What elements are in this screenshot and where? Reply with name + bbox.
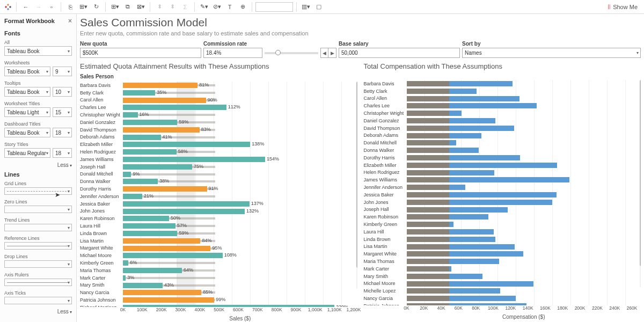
size-dt-select[interactable]: 18 [53, 128, 72, 137]
table-row[interactable]: Charles Lee [364, 102, 641, 109]
axis-ticks-select[interactable] [4, 297, 72, 304]
table-row[interactable]: Karen Robinson 50% [80, 215, 357, 222]
table-row[interactable]: Michael Moore 108% [80, 252, 357, 259]
table-row[interactable]: Deborah Adams 41% [80, 134, 357, 141]
table-row[interactable]: Nancy Garcia [364, 295, 641, 302]
less-fonts[interactable]: Less [0, 161, 76, 169]
table-row[interactable]: Joseph Hall 75% [80, 163, 357, 171]
table-row[interactable]: Jennifer Anderson 21% [80, 193, 357, 200]
table-row[interactable]: Donald Mitchell 9% [80, 171, 357, 178]
step-down-icon[interactable]: ◀ [321, 48, 328, 57]
font-tt-select[interactable]: Tableau Book [4, 87, 50, 97]
pin-icon[interactable]: ⊕ [237, 2, 248, 12]
table-row[interactable]: Elizabeth Miller [364, 162, 641, 169]
table-row[interactable]: David Thompson [364, 125, 641, 132]
font-all-select[interactable]: Tableau Book [4, 46, 72, 56]
table-row[interactable]: Barbara Davis [364, 80, 641, 87]
forward-icon[interactable]: → [33, 2, 45, 12]
table-row[interactable]: Mark Carter 3% [80, 274, 357, 282]
table-row[interactable]: Dorothy Harris 91% [80, 185, 357, 193]
table-row[interactable]: Helen Rodriguez 58% [80, 148, 357, 156]
table-row[interactable]: Michael Moore [364, 280, 641, 288]
fit-dropdown[interactable] [255, 2, 293, 12]
new-sheet-icon[interactable]: ⊞▾ [77, 2, 89, 12]
table-row[interactable]: Daniel Gonzalez [364, 117, 641, 125]
table-row[interactable]: Linda Brown 59% [80, 230, 357, 237]
zero-lines-select[interactable] [4, 206, 72, 213]
table-row[interactable]: Kimberly Green [364, 221, 641, 228]
duplicate-icon[interactable]: ⧉ [122, 2, 134, 12]
totals-icon[interactable]: Σ [179, 2, 191, 12]
show-cards-icon[interactable]: ▥▾ [300, 2, 312, 12]
show-me-button[interactable]: ⫴ Show Me [604, 2, 641, 12]
ref-lines-select[interactable] [4, 242, 72, 250]
table-row[interactable]: Carol Allen [364, 95, 641, 103]
table-row[interactable]: Michelle Lopez [364, 287, 641, 295]
back-icon[interactable]: ← [20, 2, 32, 12]
table-row[interactable]: John Jones [364, 199, 641, 206]
table-row[interactable]: Mary Smith [364, 273, 641, 280]
font-st-select[interactable]: Tableau Regular [4, 148, 50, 158]
size-wt-select[interactable]: 15 [53, 107, 72, 117]
salary-input[interactable]: 50,000 [339, 48, 460, 58]
table-row[interactable]: Lisa Martin [364, 243, 641, 251]
table-row[interactable]: Maria Thomas [364, 258, 641, 265]
table-row[interactable]: David Thompson 83% [80, 126, 357, 134]
table-row[interactable]: Donna Walker [364, 147, 641, 154]
close-icon[interactable]: × [68, 17, 72, 25]
table-row[interactable]: Elizabeth Miller 138% [80, 141, 357, 148]
table-row[interactable]: Barbara Davis 81% [80, 82, 357, 89]
table-row[interactable]: Nancy Garcia 85% [80, 289, 357, 296]
sort-desc-icon[interactable]: ⬍ [166, 2, 178, 12]
slider-handle-icon[interactable] [275, 50, 281, 55]
table-row[interactable]: Karen Robinson [364, 213, 641, 221]
table-row[interactable]: Laura Hill 57% [80, 222, 357, 230]
table-row[interactable]: Lisa Martin 84% [80, 237, 357, 245]
sortby-select[interactable]: Names [462, 48, 641, 58]
table-row[interactable]: Kimberly Green 6% [80, 259, 357, 267]
table-row[interactable]: Betty Clark 35% [80, 89, 357, 97]
table-row[interactable]: Christopher Wright [364, 109, 641, 117]
table-row[interactable]: Joseph Hall [364, 206, 641, 214]
grid-lines-select[interactable] [4, 187, 72, 195]
label-icon[interactable]: T [224, 2, 236, 12]
less-lines[interactable]: Less [0, 308, 76, 316]
size-st-select[interactable]: 18 [53, 148, 72, 158]
table-row[interactable]: Carol Allen 90% [80, 97, 357, 104]
size-ws-select[interactable]: 9 [53, 67, 72, 76]
table-row[interactable]: Christopher Wright 16% [80, 111, 357, 119]
commission-stepper[interactable]: ◀▶ [320, 48, 336, 58]
save-icon[interactable]: ▫ [46, 2, 57, 12]
table-row[interactable]: Mark Carter [364, 265, 641, 273]
table-row[interactable]: John Jones 132% [80, 208, 357, 215]
quota-input[interactable]: $500K [80, 48, 201, 58]
table-row[interactable]: Donald Mitchell [364, 139, 641, 147]
table-row[interactable]: Margaret White [364, 250, 641, 258]
table-row[interactable]: Jennifer Anderson [364, 184, 641, 191]
table-row[interactable]: Helen Rodriguez [364, 169, 641, 177]
scrollbar[interactable] [640, 80, 641, 287]
refresh-icon[interactable]: ↻ [90, 2, 102, 12]
table-row[interactable]: James Williams 154% [80, 156, 357, 163]
table-row[interactable]: Maria Thomas 64% [80, 267, 357, 274]
new-data-icon[interactable]: ⎘ [64, 2, 76, 12]
commission-input[interactable]: 18.4% [203, 48, 262, 58]
swap-icon[interactable]: ⊞▾ [109, 2, 121, 12]
commission-slider[interactable] [265, 52, 318, 54]
table-row[interactable]: James Williams [364, 176, 641, 184]
font-ws-select[interactable]: Tableau Book [4, 67, 50, 76]
group-icon[interactable]: ⊘▾ [211, 2, 223, 12]
table-row[interactable]: Deborah Adams [364, 132, 641, 140]
table-row[interactable]: Mary Smith 43% [80, 282, 357, 289]
table-row[interactable]: Linda Brown [364, 236, 641, 243]
table-row[interactable]: Betty Clark [364, 87, 641, 95]
step-up-icon[interactable]: ▶ [328, 48, 336, 57]
sort-asc-icon[interactable]: ⬍ [153, 2, 165, 12]
table-row[interactable]: Laura Hill [364, 228, 641, 236]
axis-rulers-select[interactable] [4, 279, 72, 286]
table-row[interactable]: Margaret White 95% [80, 245, 357, 252]
size-tt-select[interactable]: 10 [53, 87, 72, 97]
highlight-icon[interactable]: ✎▾ [198, 2, 210, 12]
scrollbar[interactable] [356, 82, 357, 289]
table-row[interactable]: Daniel Gonzalez 59% [80, 119, 357, 126]
